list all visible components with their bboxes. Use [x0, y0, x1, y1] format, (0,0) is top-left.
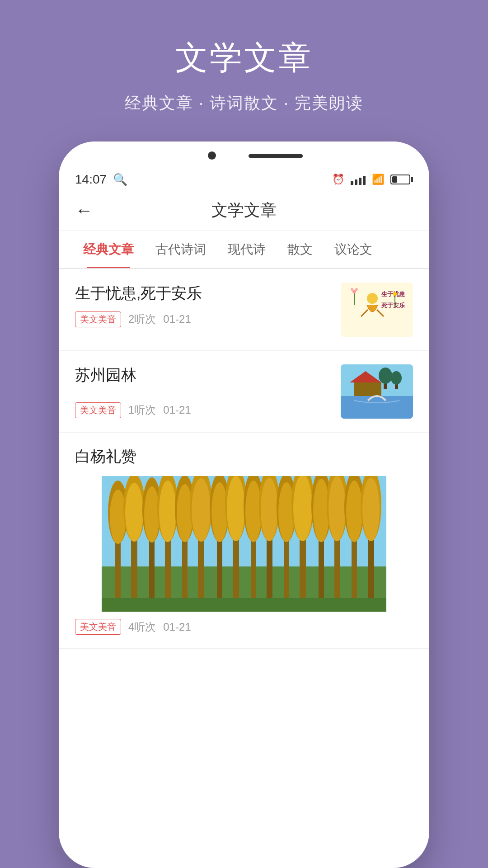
svg-point-33 [159, 481, 176, 542]
svg-point-51 [261, 478, 278, 541]
article-thumb-1: 生于忧患 死于安乐 [341, 283, 413, 337]
article-tag-3: 美文美音 [75, 619, 121, 635]
article-item-3[interactable]: 白杨礼赞 [59, 433, 429, 649]
article-info-2: 苏州园林 美文美音 1听次 01-21 [75, 364, 332, 418]
article-date-3: 01-21 [163, 621, 191, 633]
status-time: 14:07 [75, 172, 107, 187]
svg-point-39 [192, 478, 211, 542]
svg-point-24 [110, 490, 126, 544]
article-thumb-3 [75, 476, 413, 612]
article-item-1[interactable]: 生于忧患,死于安乐 美文美音 2听次 01-21 [59, 269, 429, 351]
signal-icon [351, 174, 366, 185]
article-meta-1: 美文美音 2听次 01-21 [75, 311, 332, 327]
phone-mockup: 14:07 🔍 ⏰ 📶 ← 文学文章 经典文章 [59, 142, 429, 868]
svg-rect-14 [354, 382, 381, 396]
svg-point-27 [125, 483, 143, 542]
status-right: ⏰ 📶 [332, 174, 413, 185]
article-title-3: 白杨礼赞 [75, 446, 413, 467]
svg-point-57 [293, 476, 312, 541]
article-meta-3: 美文美音 4听次 01-21 [75, 619, 413, 635]
nav-bar: ← 文学文章 [59, 190, 429, 231]
svg-rect-13 [341, 396, 413, 419]
status-bar: 14:07 🔍 ⏰ 📶 [59, 169, 429, 190]
tab-essay[interactable]: 议论文 [324, 231, 383, 268]
article-date-2: 01-21 [163, 404, 191, 416]
app-subtitle: 经典文章 · 诗词散文 · 完美朗读 [125, 92, 363, 114]
svg-point-63 [328, 476, 346, 541]
tab-bar: 经典文章 古代诗词 现代诗 散文 议论文 [59, 231, 429, 269]
article-title-1: 生于忧患,死于安乐 [75, 283, 332, 304]
phone-camera [208, 151, 216, 160]
svg-text:生于忧患: 生于忧患 [381, 291, 405, 297]
nav-title: 文学文章 [211, 199, 277, 222]
svg-point-19 [391, 371, 402, 385]
article-tag-2: 美文美音 [75, 402, 121, 418]
svg-point-6 [352, 290, 356, 293]
tab-classic[interactable]: 经典文章 [72, 231, 145, 268]
svg-point-8 [355, 288, 358, 291]
tab-modern[interactable]: 现代诗 [217, 231, 277, 268]
svg-point-45 [227, 476, 245, 541]
article-info-1: 生于忧患,死于安乐 美文美音 2听次 01-21 [75, 283, 332, 327]
back-button[interactable]: ← [75, 200, 93, 221]
article-listens-3: 4听次 [128, 620, 156, 634]
svg-point-69 [362, 478, 380, 541]
svg-point-10 [393, 292, 397, 296]
tab-prose[interactable]: 散文 [277, 231, 324, 268]
tab-ancient[interactable]: 古代诗词 [145, 231, 217, 268]
search-icon[interactable]: 🔍 [113, 173, 127, 187]
article-list: 生于忧患,死于安乐 美文美音 2听次 01-21 [59, 269, 429, 649]
svg-point-7 [351, 288, 353, 291]
svg-point-30 [144, 486, 160, 542]
article-item-2[interactable]: 苏州园林 美文美音 1听次 01-21 [59, 351, 429, 433]
svg-point-17 [379, 368, 392, 384]
svg-rect-70 [102, 598, 386, 612]
alarm-icon: ⏰ [332, 174, 344, 185]
battery-icon [390, 175, 413, 184]
svg-text:死于安乐: 死于安乐 [381, 302, 405, 309]
article-title-2: 苏州园林 [75, 364, 332, 386]
phone-top-bar [59, 142, 429, 169]
app-title: 文学文章 [175, 36, 313, 80]
status-left: 14:07 🔍 [75, 172, 127, 187]
article-listens-2: 1听次 [128, 403, 156, 417]
phone-speaker [249, 154, 303, 158]
app-background-header: 文学文章 经典文章 · 诗词散文 · 完美朗读 [0, 0, 488, 142]
article-date-1: 01-21 [163, 313, 191, 326]
article-tag-1: 美文美音 [75, 311, 121, 327]
svg-point-66 [346, 481, 362, 542]
article-listens-1: 2听次 [128, 312, 156, 326]
wifi-icon: 📶 [372, 174, 384, 185]
article-thumb-2 [341, 364, 413, 419]
article-meta-2: 美文美音 1听次 01-21 [75, 402, 332, 418]
svg-point-1 [367, 293, 378, 304]
